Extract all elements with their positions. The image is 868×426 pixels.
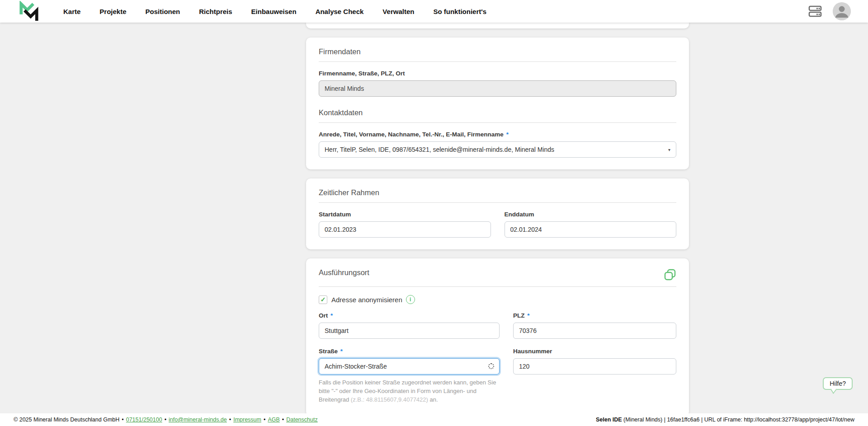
footer-link-agb[interactable]: AGB (268, 417, 279, 423)
divider (319, 286, 676, 287)
hausnummer-label: Hausnummer (513, 348, 676, 355)
server-rack-icon (808, 4, 822, 19)
kontaktdaten-title: Kontaktdaten (319, 108, 676, 117)
strasse-label: Straße * (319, 348, 500, 355)
loading-spinner-icon (488, 363, 494, 369)
anonymize-row: ✓ Adresse anonymisieren i (319, 295, 676, 304)
ort-label-text: Ort (319, 312, 328, 319)
ort-field: Ort * (319, 312, 500, 339)
plz-input[interactable] (513, 323, 676, 339)
footer-link-impressum[interactable]: Impressum (233, 417, 261, 423)
hausnummer-input[interactable] (513, 358, 676, 375)
user-avatar[interactable] (833, 2, 851, 20)
strasse-help-text: Falls die Position keiner Straße zugeord… (319, 379, 500, 404)
ort-label: Ort * (319, 312, 500, 319)
firmenname-input (319, 80, 676, 97)
iframe-url-text: (Mineral Minds) | 16fae1ffc6a6 | URL of … (622, 417, 854, 423)
footer: © 2025 Mineral Minds Deutschland GmbH • … (0, 413, 868, 426)
nav-item-einbauweisen[interactable]: Einbauweisen (251, 8, 297, 15)
ausfuehrungsort-card: Ausführungsort ✓ Adresse anonymisieren i… (306, 258, 689, 416)
required-mark: * (527, 312, 529, 319)
help-button[interactable]: Hilfe? (823, 377, 853, 390)
separator: • (264, 417, 265, 423)
checkmark-icon: ✓ (321, 296, 326, 303)
anonymize-checkbox[interactable]: ✓ (319, 295, 327, 304)
startdatum-input[interactable] (319, 221, 491, 238)
footer-debug-info: Selen IDE (Mineral Minds) | 16fae1ffc6a6… (596, 417, 854, 423)
strasse-field: Straße * Falls die Position keiner Straß… (319, 348, 500, 404)
person-icon (833, 2, 851, 20)
previous-card-partial (306, 23, 689, 28)
zeitlicher-rahmen-title: Zeitlicher Rahmen (319, 188, 676, 197)
footer-left: © 2025 Mineral Minds Deutschland GmbH • … (14, 417, 318, 423)
main-content: Firmendaten Firmenname, Straße, PLZ, Ort… (306, 23, 689, 426)
main-menu: Karte Projekte Positionen Richtpreis Ein… (63, 8, 486, 15)
copy-icon (664, 268, 676, 281)
copyright-text: © 2025 Mineral Minds Deutschland GmbH (14, 417, 119, 423)
separator: • (122, 417, 123, 423)
chevron-down-icon: ▾ (668, 147, 670, 152)
enddatum-label: Enddatum (505, 211, 677, 218)
strasse-label-text: Straße (319, 348, 338, 355)
divider (319, 61, 676, 62)
anonymize-label: Adresse anonymisieren (331, 296, 402, 304)
startdatum-label: Startdatum (319, 211, 491, 218)
logo-icon (18, 1, 40, 22)
plz-label: PLZ * (513, 312, 676, 319)
nav-item-richtpreis[interactable]: Richtpreis (199, 8, 232, 15)
nav-item-verwalten[interactable]: Verwalten (382, 8, 414, 15)
footer-link-phone[interactable]: 07151/250100 (126, 417, 162, 423)
required-mark: * (340, 348, 343, 355)
divider (319, 202, 676, 203)
nav-item-analyse-check[interactable]: Analyse Check (316, 8, 364, 15)
strasse-input[interactable] (319, 358, 500, 375)
zeitlicher-rahmen-card: Zeitlicher Rahmen Startdatum Enddatum (306, 178, 689, 249)
help-text-coords: (z.B.: 48.8115607,9.4077422) (351, 396, 428, 403)
navbar-right (807, 2, 851, 20)
required-mark: * (330, 312, 333, 319)
info-icon[interactable]: i (406, 295, 415, 304)
firmendaten-card: Firmendaten Firmenname, Straße, PLZ, Ort… (306, 37, 689, 169)
nav-item-positionen[interactable]: Positionen (146, 8, 180, 15)
info-glyph: i (410, 296, 411, 303)
firmendaten-title: Firmendaten (319, 47, 676, 56)
ide-name: Selen IDE (596, 417, 622, 423)
copy-button[interactable] (664, 268, 676, 281)
enddatum-input[interactable] (505, 221, 677, 238)
kontakt-label: Anrede, Titel, Vorname, Nachname, Tel.-N… (319, 131, 676, 138)
plz-label-text: PLZ (513, 312, 525, 319)
top-navbar: Karte Projekte Positionen Richtpreis Ein… (0, 0, 868, 23)
nav-item-projekte[interactable]: Projekte (99, 8, 126, 15)
footer-link-datenschutz[interactable]: Datenschutz (286, 417, 317, 423)
nav-item-karte[interactable]: Karte (63, 8, 80, 15)
separator: • (165, 417, 166, 423)
separator: • (282, 417, 284, 423)
startdatum-field: Startdatum (319, 211, 491, 238)
hausnummer-field: Hausnummer (513, 348, 676, 404)
kontakt-select-value: Herr, TitelP, Selen, IDE, 0987/654321, s… (325, 146, 554, 153)
firmenname-label: Firmenname, Straße, PLZ, Ort (319, 70, 676, 77)
kontakt-select[interactable]: Herr, TitelP, Selen, IDE, 0987/654321, s… (319, 141, 676, 158)
help-text-suffix: an. (428, 396, 438, 403)
nav-item-so-funktionierts[interactable]: So funktioniert's (433, 8, 486, 15)
ort-input[interactable] (319, 323, 500, 339)
separator: • (229, 417, 231, 423)
required-mark: * (506, 131, 509, 138)
plz-field: PLZ * (513, 312, 676, 339)
footer-link-email[interactable]: info@mineral-minds.de (169, 417, 227, 423)
enddatum-field: Enddatum (505, 211, 677, 238)
server-icon[interactable] (807, 4, 823, 19)
divider (319, 122, 676, 123)
kontakt-label-text: Anrede, Titel, Vorname, Nachname, Tel.-N… (319, 131, 504, 138)
ausfuehrungsort-title: Ausführungsort (319, 268, 369, 277)
mineral-minds-logo[interactable] (18, 1, 40, 22)
